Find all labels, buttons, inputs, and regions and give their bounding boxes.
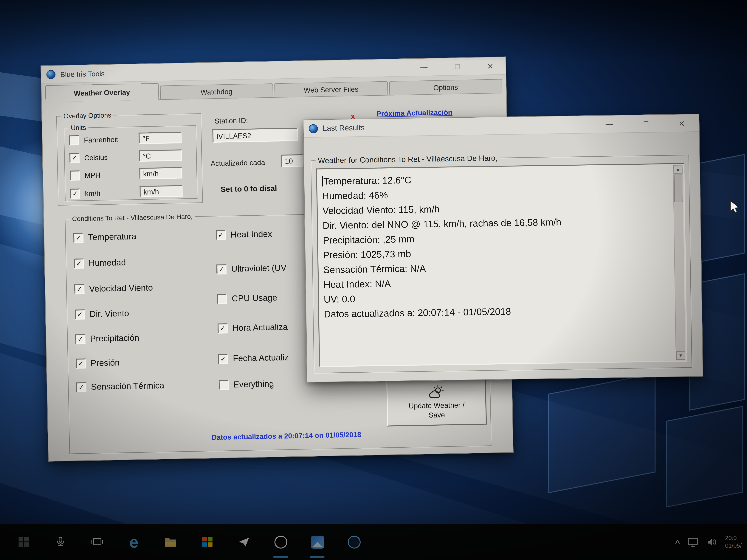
- overlay-options-group: Overlay Options Units ✓ Fahrenheit ✓ Cel…: [56, 113, 203, 206]
- precipitacion-checkbox[interactable]: ✓: [75, 334, 85, 344]
- clock-time: 20:0: [725, 534, 747, 542]
- dir-viento-checkbox[interactable]: ✓: [75, 310, 85, 320]
- results-text-area[interactable]: Temperatura: 12.6°C Humedad: 46% Velocid…: [316, 163, 688, 367]
- last-results-app-icon: [309, 124, 318, 133]
- mouse-cursor: [730, 200, 742, 214]
- edge-icon: e: [129, 534, 138, 550]
- checkbox-label: km/h: [85, 189, 101, 197]
- station-id-input[interactable]: [212, 128, 298, 142]
- task-view-button[interactable]: [86, 524, 108, 560]
- checkbox-label: Precipitación: [90, 333, 139, 344]
- checkbox-row-precipitacion[interactable]: ✓ Precipitación: [75, 333, 139, 344]
- mail-button[interactable]: [232, 524, 255, 560]
- button-label: Save: [429, 410, 445, 419]
- checkbox-row-hora-actualiza[interactable]: ✓ Hora Actualiza: [217, 322, 288, 334]
- mph-unit-input[interactable]: [139, 167, 182, 179]
- checkbox-label: Fecha Actualiz: [233, 353, 289, 364]
- check-icon: ✓: [75, 234, 81, 241]
- checkbox-row-temperatura[interactable]: ✓ Temperatura: [73, 232, 136, 243]
- vertical-scrollbar[interactable]: ▲ ▼: [673, 165, 685, 360]
- mph-checkbox[interactable]: ✓: [70, 170, 80, 181]
- velocidad-viento-checkbox[interactable]: ✓: [74, 284, 85, 294]
- check-icon: ✓: [220, 325, 226, 331]
- results-text: Temperatura: 12.6°C Humedad: 46% Velocid…: [322, 169, 673, 322]
- update-interval-input[interactable]: [281, 154, 303, 167]
- checkbox-row-ultraviolet[interactable]: ✓ Ultraviolet (UV: [216, 263, 287, 274]
- file-explorer-icon: [164, 536, 177, 548]
- checkbox-row-everything[interactable]: ✓ Everything: [219, 379, 274, 390]
- open-app-indicator: [310, 556, 325, 558]
- cortana-button[interactable]: [342, 524, 365, 560]
- fecha-actualiz-checkbox[interactable]: ✓: [218, 354, 228, 364]
- volume-icon[interactable]: [706, 536, 718, 548]
- clock[interactable]: 20:0 01/05/: [725, 534, 747, 550]
- checkbox-row-mph[interactable]: ✓ MPH: [70, 167, 192, 182]
- update-weather-save-button[interactable]: Update Weather / Save: [386, 377, 487, 427]
- hora-actualiza-checkbox[interactable]: ✓: [217, 323, 228, 334]
- next-update-link[interactable]: Próxima Actualización: [376, 108, 453, 117]
- network-icon[interactable]: [687, 536, 699, 548]
- kmh-unit-input[interactable]: [139, 185, 183, 197]
- ultraviolet-checkbox[interactable]: ✓: [216, 264, 227, 274]
- minimize-icon[interactable]: —: [606, 120, 613, 128]
- store-button[interactable]: [196, 524, 218, 560]
- checkbox-row-celsius[interactable]: ✓ Celsius: [69, 149, 191, 164]
- close-icon[interactable]: ×: [679, 118, 685, 128]
- checkbox-label: Ultraviolet (UV: [231, 263, 287, 274]
- scroll-up-icon[interactable]: ▲: [673, 165, 682, 174]
- store-icon: [202, 537, 212, 547]
- edge-button[interactable]: e: [123, 524, 145, 560]
- everything-checkbox[interactable]: ✓: [219, 380, 229, 390]
- check-icon: ✓: [77, 336, 83, 342]
- wallpaper-window-pane: [548, 373, 656, 494]
- checkbox-row-dir-viento[interactable]: ✓ Dir. Viento: [75, 309, 129, 320]
- bittorrent-button[interactable]: [269, 524, 292, 560]
- checkbox-row-fahrenheit[interactable]: ✓ Fahrenheit: [69, 132, 191, 146]
- photos-button[interactable]: [306, 524, 329, 560]
- kmh-checkbox[interactable]: ✓: [70, 188, 80, 198]
- checkbox-row-sensacion-termica[interactable]: ✓ Sensación Térmica: [76, 381, 164, 393]
- heat-index-checkbox[interactable]: ✓: [216, 230, 226, 240]
- cortana-mic-button[interactable]: [49, 524, 72, 560]
- celsius-unit-input[interactable]: [139, 150, 182, 162]
- checkbox-row-kmh[interactable]: ✓ km/h: [70, 185, 192, 200]
- maximize-icon[interactable]: □: [644, 119, 648, 127]
- checkbox-label: Celsius: [84, 153, 108, 162]
- temperatura-checkbox[interactable]: ✓: [73, 233, 84, 243]
- scroll-down-icon[interactable]: ▼: [676, 351, 686, 360]
- tab-web-server-files[interactable]: Web Server Files: [274, 81, 388, 97]
- humedad-checkbox[interactable]: ✓: [74, 259, 84, 269]
- tab-options[interactable]: Options: [389, 79, 503, 95]
- minimize-icon[interactable]: —: [420, 63, 428, 71]
- celsius-checkbox[interactable]: ✓: [70, 153, 80, 163]
- checkbox-row-velocidad-viento[interactable]: ✓ Velocidad Viento: [74, 283, 153, 294]
- fahrenheit-unit-input[interactable]: [138, 132, 182, 144]
- scrollbar-thumb[interactable]: [674, 175, 682, 202]
- close-icon[interactable]: ×: [487, 61, 493, 71]
- taskbar-icons: e: [0, 524, 379, 560]
- check-icon: ✓: [78, 360, 84, 367]
- checkbox-row-cpu-usage[interactable]: ✓ CPU Usage: [217, 293, 277, 304]
- sensacion-termica-checkbox[interactable]: ✓: [76, 382, 86, 393]
- checkbox-row-presion[interactable]: ✓ Presión: [76, 358, 120, 369]
- checkbox-row-fecha-actualiz[interactable]: ✓ Fecha Actualiz: [218, 353, 289, 364]
- tab-watchdog[interactable]: Watchdog: [160, 83, 273, 100]
- start-button[interactable]: [12, 524, 35, 560]
- fahrenheit-checkbox[interactable]: ✓: [69, 135, 79, 145]
- file-explorer-button[interactable]: [159, 524, 182, 560]
- group-label: Overlay Options: [61, 111, 114, 120]
- mail-icon: [238, 536, 250, 548]
- presion-checkbox[interactable]: ✓: [76, 358, 86, 369]
- tray-chevron-icon[interactable]: ^: [675, 538, 680, 548]
- check-icon: ✓: [72, 154, 77, 161]
- cpu-usage-checkbox[interactable]: ✓: [217, 294, 227, 304]
- checkbox-row-heat-index[interactable]: ✓ Heat Index: [216, 229, 272, 240]
- units-group: Units ✓ Fahrenheit ✓ Celsius ✓ MPH: [64, 125, 198, 201]
- checkbox-row-humedad[interactable]: ✓ Humedad: [74, 258, 126, 269]
- check-icon: ✓: [78, 384, 84, 391]
- maximize-icon[interactable]: □: [455, 63, 460, 70]
- window-controls: — □ ×: [606, 114, 685, 133]
- group-label: Conditions To Ret - Villaescusa De Haro,: [70, 212, 195, 222]
- station-id-label: Station ID:: [214, 116, 248, 125]
- tab-weather-overlay[interactable]: Weather Overlay: [45, 83, 158, 102]
